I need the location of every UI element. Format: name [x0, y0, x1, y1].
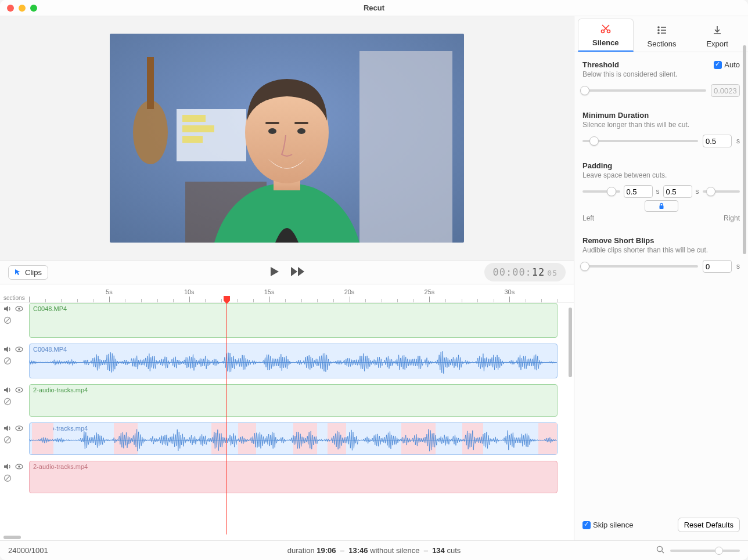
- min-duration-section: Minimum Duration Silence longer than thi…: [582, 111, 740, 147]
- timecode-display: 00:00:1205: [484, 263, 566, 281]
- threshold-title: Threshold: [582, 60, 677, 69]
- threshold-slider[interactable]: [582, 89, 706, 92]
- eye-icon[interactable]: [15, 463, 23, 472]
- lock-icon: [658, 203, 665, 209]
- svg-rect-5: [182, 115, 206, 122]
- eye-icon[interactable]: [15, 305, 23, 314]
- svg-point-2: [133, 100, 168, 164]
- timeline-vertical-scrollbar[interactable]: [568, 308, 573, 534]
- svg-point-43: [658, 32, 659, 34]
- checkbox-icon: [582, 521, 591, 529]
- track-gutter: [0, 303, 29, 338]
- threshold-section: Threshold Below this is considered silen…: [582, 60, 740, 97]
- sidebar-tabs: Silence Sections Export: [574, 16, 748, 52]
- track-body[interactable]: 2-audio-tracks.mp4: [29, 384, 558, 417]
- preview-area: [0, 16, 574, 260]
- sections-label: sections: [3, 295, 25, 301]
- padding-right-label: Right: [724, 214, 740, 222]
- zoom-icon[interactable]: [656, 545, 664, 555]
- track-row: 2-audio-tracks.mp4: [0, 461, 574, 493]
- svg-line-47: [662, 551, 664, 553]
- clip[interactable]: C0048.MP4: [29, 303, 558, 338]
- padding-left-input[interactable]: [624, 185, 653, 198]
- clip-label: 2-audio-tracks.mp4: [33, 463, 88, 470]
- padding-lock-toggle[interactable]: [645, 200, 678, 212]
- fps-label: 24000/1001: [8, 546, 48, 555]
- zoom-slider[interactable]: [670, 550, 740, 552]
- padding-left-slider[interactable]: [582, 190, 620, 193]
- min-duration-slider[interactable]: [582, 140, 698, 142]
- timeline-tracks: C0048.MP4 C0048.MP4: [0, 303, 574, 493]
- threshold-value-input[interactable]: [711, 84, 740, 97]
- window-fullscreen-button[interactable]: [30, 5, 37, 12]
- disable-icon[interactable]: [3, 398, 12, 407]
- tab-export[interactable]: Export: [690, 20, 745, 52]
- threshold-auto-checkbox[interactable]: Auto: [714, 60, 740, 69]
- app-title: Recut: [0, 3, 748, 12]
- svg-point-20: [18, 348, 20, 351]
- svg-rect-13: [265, 122, 279, 124]
- scissors-icon: [581, 24, 631, 36]
- speaker-icon[interactable]: [3, 305, 12, 314]
- track-row: 2-audio-tracks.mp4: [0, 384, 574, 417]
- svg-rect-45: [659, 205, 663, 209]
- time-ruler[interactable]: sections 5s10s15s20s25s30s: [0, 284, 574, 303]
- svg-point-41: [658, 30, 659, 31]
- track-gutter: [0, 461, 29, 493]
- fast-forward-button[interactable]: [290, 266, 305, 279]
- svg-point-16: [18, 308, 20, 310]
- track-row: 2-audio-tracks.mp4: [0, 422, 574, 455]
- tab-silence[interactable]: Silence: [578, 19, 634, 52]
- speaker-icon[interactable]: [3, 463, 12, 472]
- track-gutter: [0, 384, 29, 417]
- svg-point-39: [658, 27, 659, 28]
- svg-point-11: [268, 128, 276, 134]
- svg-rect-14: [294, 122, 308, 124]
- track-body[interactable]: C0048.MP4: [29, 344, 558, 378]
- window-close-button[interactable]: [7, 5, 14, 12]
- track-body[interactable]: 2-audio-tracks.mp4: [29, 422, 558, 455]
- video-preview[interactable]: [110, 34, 464, 243]
- disable-icon[interactable]: [3, 316, 12, 326]
- svg-rect-7: [182, 136, 203, 143]
- disable-icon[interactable]: [3, 436, 12, 446]
- eye-icon[interactable]: [15, 386, 23, 395]
- clip[interactable]: 2-audio-tracks.mp4: [29, 422, 558, 455]
- sidebar-scrollbar[interactable]: [742, 45, 747, 534]
- list-icon: [637, 25, 687, 37]
- window-minimize-button[interactable]: [19, 5, 26, 12]
- download-icon: [692, 25, 742, 37]
- skip-silence-checkbox[interactable]: Skip silence: [582, 521, 633, 529]
- svg-rect-1: [359, 51, 452, 243]
- timeline-horizontal-scrollbar[interactable]: [0, 534, 574, 540]
- track-row: C0048.MP4: [0, 344, 574, 378]
- padding-right-input[interactable]: [663, 185, 692, 198]
- eye-icon[interactable]: [15, 346, 23, 355]
- timeline[interactable]: sections 5s10s15s20s25s30s C0048.MP4: [0, 284, 574, 534]
- track-body[interactable]: 2-audio-tracks.mp4: [29, 461, 558, 493]
- speaker-icon[interactable]: [3, 386, 12, 395]
- eye-icon[interactable]: [15, 425, 23, 433]
- svg-rect-6: [182, 125, 214, 132]
- clip-label: 2-audio-tracks.mp4: [33, 386, 88, 393]
- clip[interactable]: C0048.MP4: [29, 344, 558, 378]
- tab-sections[interactable]: Sections: [635, 20, 689, 52]
- speaker-icon[interactable]: [3, 425, 12, 433]
- blips-slider[interactable]: [582, 265, 698, 268]
- clip[interactable]: 2-audio-tracks.mp4: [29, 461, 558, 493]
- disable-icon[interactable]: [3, 474, 12, 484]
- svg-point-37: [601, 30, 604, 33]
- clips-mode-button[interactable]: Clips: [8, 265, 48, 280]
- disable-icon[interactable]: [3, 357, 12, 367]
- threshold-desc: Below this is considered silent.: [582, 70, 677, 78]
- blips-input[interactable]: [703, 260, 732, 273]
- properties-sidebar: Silence Sections Export: [574, 16, 748, 540]
- svg-point-46: [657, 547, 663, 552]
- clip[interactable]: 2-audio-tracks.mp4: [29, 384, 558, 417]
- padding-right-slider[interactable]: [703, 190, 740, 193]
- track-body[interactable]: C0048.MP4: [29, 303, 558, 338]
- speaker-icon[interactable]: [3, 346, 12, 355]
- reset-defaults-button[interactable]: Reset Defaults: [678, 518, 740, 532]
- play-button[interactable]: [268, 266, 280, 279]
- min-duration-input[interactable]: [703, 135, 732, 147]
